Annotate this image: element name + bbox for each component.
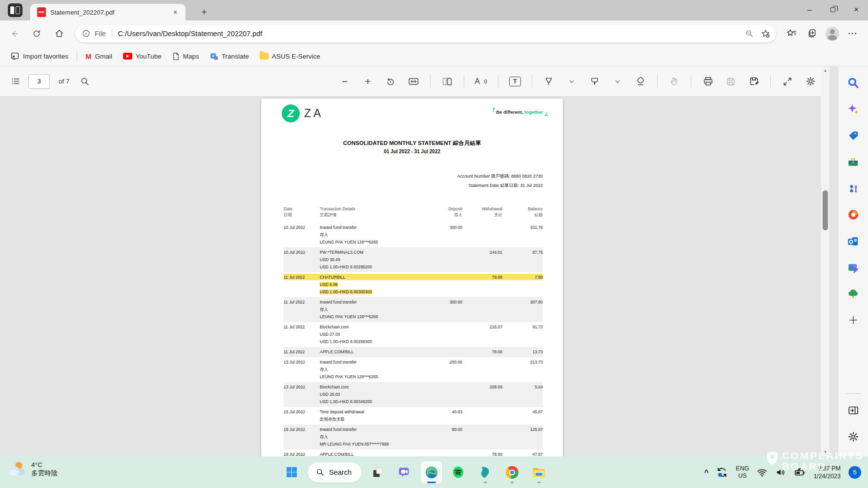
restore-button[interactable] xyxy=(821,0,845,20)
sidebar-games-button[interactable] xyxy=(844,179,863,198)
rotate-button[interactable] xyxy=(384,74,397,89)
za-logo-icon: Z xyxy=(282,104,300,122)
statement-meta: Account Number 賬戶號碼: 8880 0820 2730 Stat… xyxy=(457,172,543,190)
erase-button[interactable] xyxy=(634,74,647,89)
import-favorites-icon xyxy=(10,52,20,61)
favorites-bar: Import favorites MGmail YouTube Maps G文 … xyxy=(0,46,868,66)
profile-button[interactable] xyxy=(824,25,841,42)
minimize-button[interactable]: ─ xyxy=(798,0,821,20)
gear-icon xyxy=(806,76,816,86)
import-favorites-button[interactable]: Import favorites xyxy=(5,49,74,63)
tab-close-icon[interactable]: × xyxy=(170,7,181,18)
edge-taskbar-button[interactable] xyxy=(421,461,442,484)
bookmark-gmail[interactable]: MGmail xyxy=(80,49,118,63)
start-button[interactable] xyxy=(281,461,302,484)
browser-titlebar: PDF Statement_202207.pdf × + ─ × xyxy=(0,0,868,20)
draw-button[interactable] xyxy=(542,74,555,89)
collections-button[interactable] xyxy=(804,25,820,42)
favorites-button[interactable] xyxy=(783,25,800,42)
pdf-toolbar: of 7 − + A xyxy=(0,66,829,97)
back-button[interactable] xyxy=(6,25,22,42)
sidebar-settings-button[interactable] xyxy=(844,427,863,447)
surfshark-icon xyxy=(479,466,492,479)
system-tray: ^ ENG US 9:37 PM 1/24/2023 5 COMPLAINTS … xyxy=(704,456,868,488)
pdf-search-button[interactable] xyxy=(79,74,91,89)
notification-badge[interactable]: 5 xyxy=(848,466,861,479)
avatar xyxy=(826,27,839,41)
draw-options-chevron-icon[interactable] xyxy=(565,74,578,89)
add-text-button[interactable]: T xyxy=(509,74,521,89)
print-button[interactable] xyxy=(702,74,714,89)
browser-tab[interactable]: PDF Statement_202207.pdf × xyxy=(30,4,186,20)
zoom-in-button[interactable]: + xyxy=(361,74,374,89)
scrollbar-thumb[interactable] xyxy=(823,190,828,230)
refresh-icon xyxy=(32,29,41,38)
address-bar: File C:/Users/Ivan/Desktop/Statement_202… xyxy=(0,20,868,46)
refresh-button[interactable] xyxy=(28,25,45,42)
add-favorite-icon[interactable] xyxy=(761,29,770,39)
close-button[interactable]: × xyxy=(845,0,868,20)
fullscreen-button[interactable] xyxy=(781,74,794,89)
bookmark-translate[interactable]: G文 Translate xyxy=(205,49,254,63)
highlight-button[interactable] xyxy=(588,74,601,89)
sidebar-tools-button[interactable] xyxy=(844,152,863,172)
sidebar-outlook-button[interactable] xyxy=(844,231,863,251)
save-icon xyxy=(726,77,736,86)
highlight-options-chevron-icon[interactable] xyxy=(611,74,624,89)
sidebar-shopping-button[interactable] xyxy=(844,126,863,145)
teams-chat-button[interactable] xyxy=(394,461,415,484)
battery-pen-icon[interactable] xyxy=(794,467,806,478)
bookmark-asus-eservice[interactable]: ASUS E-Service xyxy=(254,49,326,63)
tree-icon xyxy=(847,288,859,300)
taskbar-search[interactable]: Search xyxy=(308,462,362,483)
wifi-icon[interactable] xyxy=(757,467,767,478)
pdf-viewer: of 7 − + A xyxy=(0,66,829,456)
new-tab-button[interactable]: + xyxy=(197,5,211,19)
pdf-settings-button[interactable] xyxy=(804,74,817,89)
sidebar-search-button[interactable] xyxy=(844,73,863,93)
scroll-down-icon[interactable]: ▼ xyxy=(821,448,829,456)
home-button[interactable] xyxy=(51,25,67,42)
sidebar-designer-button[interactable] xyxy=(844,258,863,277)
zoom-page-icon[interactable] xyxy=(745,29,754,38)
sidebar-toggle-button[interactable] xyxy=(844,401,863,420)
fit-to-width-button[interactable] xyxy=(407,74,420,89)
zoom-out-button[interactable]: − xyxy=(338,74,351,89)
sidebar-office-button[interactable] xyxy=(844,205,863,224)
save-as-button[interactable] xyxy=(747,74,760,89)
weather-temp: 4°C xyxy=(31,461,58,469)
read-aloud-button[interactable]: A xyxy=(475,74,488,89)
table-row: 13 Jul 2022Blockchain.comUSD 26.00USD 1.… xyxy=(284,382,543,407)
toc-button[interactable] xyxy=(9,74,21,89)
task-view-button[interactable] xyxy=(367,461,389,484)
bookmark-youtube[interactable]: YouTube xyxy=(118,49,167,63)
printer-icon xyxy=(703,76,713,86)
language-indicator[interactable]: ENG US xyxy=(736,465,749,480)
pdf-canvas: Z ZA 7 Be different, together ∠ CONSOLID… xyxy=(0,97,829,456)
sound-waves-icon xyxy=(483,78,488,85)
page-view-button[interactable] xyxy=(441,74,454,89)
hidden-icons-chevron[interactable]: ^ xyxy=(704,468,709,476)
sidebar-copilot-button[interactable] xyxy=(844,100,863,119)
surfshark-taskbar-button[interactable] xyxy=(475,461,496,484)
scroll-up-icon[interactable]: ▲ xyxy=(821,66,829,75)
page-number-input[interactable] xyxy=(28,74,50,89)
url-input[interactable]: File C:/Users/Ivan/Desktop/Statement_202… xyxy=(75,25,776,42)
clock[interactable]: 9:37 PM 1/24/2023 xyxy=(813,465,841,480)
pdf-scrollbar[interactable]: ▲ ▼ xyxy=(821,66,829,456)
weather-widget[interactable]: 4°C 多雲時陰 xyxy=(7,460,58,478)
bookmark-maps[interactable]: Maps xyxy=(167,49,205,63)
sidebar-tree-button[interactable] xyxy=(844,284,863,304)
file-explorer-taskbar-button[interactable] xyxy=(528,461,550,484)
settings-more-button[interactable]: ··· xyxy=(845,25,861,42)
info-icon[interactable] xyxy=(82,29,90,38)
tab-actions-menu-icon[interactable] xyxy=(8,3,22,17)
pdf-page: Z ZA 7 Be different, together ∠ CONSOLID… xyxy=(261,99,563,456)
sync-update-icon[interactable] xyxy=(716,467,728,478)
volume-icon[interactable] xyxy=(775,467,786,478)
sidebar-add-button[interactable] xyxy=(844,310,863,330)
favorites-star-icon xyxy=(786,28,797,39)
chrome-taskbar-button[interactable] xyxy=(501,461,523,484)
spotify-taskbar-button[interactable] xyxy=(448,461,469,484)
table-row: 15 Jul 2022Time deposit withdrawal定期存款支取… xyxy=(284,407,543,425)
